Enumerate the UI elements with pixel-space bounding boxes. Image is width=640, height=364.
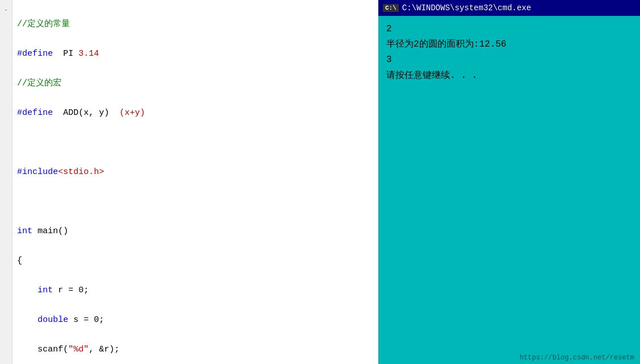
- code-area[interactable]: //定义的常量 #define PI 3.14 //定义的宏 #define A…: [13, 0, 378, 364]
- code-line-12: scanf("%d", &r);: [17, 342, 374, 357]
- cmd-output-line4: 请按任意键继续. . .: [386, 68, 632, 84]
- code-line-4: #define ADD(x, y) (x+y): [17, 106, 374, 121]
- code-line-10: int r = 0;: [17, 283, 374, 298]
- cmd-footer: https://blog.csdn.net/resetm: [378, 351, 640, 364]
- editor-panel: - //定义的常量 #define PI 3.14 //定义的宏 #define…: [0, 0, 378, 364]
- code-line-2: #define PI 3.14: [17, 47, 374, 61]
- line-gutter: -: [0, 0, 13, 364]
- cmd-titlebar: C:\ C:\WINDOWS\system32\cmd.exe: [378, 0, 640, 16]
- cmd-output-line2: 半径为2的圆的面积为:12.56: [386, 37, 632, 52]
- cmd-content: 2 半径为2的圆的面积为:12.56 3 请按任意键继续. . .: [378, 16, 640, 351]
- cmd-panel: C:\ C:\WINDOWS\system32\cmd.exe 2 半径为2的圆…: [378, 0, 640, 364]
- cmd-title: C:\WINDOWS\system32\cmd.exe: [402, 3, 531, 13]
- code-line-8: int main(): [17, 224, 374, 239]
- cmd-icon: C:\: [383, 4, 399, 12]
- code-line-3: //定义的宏: [17, 76, 374, 91]
- code-line-11: double s = 0;: [17, 313, 374, 328]
- code-line-9: {: [17, 254, 374, 268]
- code-line-5: [17, 135, 374, 150]
- cmd-output-line3: 3: [386, 52, 632, 68]
- code-line-7: [17, 195, 374, 209]
- cmd-output-line1: 2: [386, 22, 632, 37]
- cmd-footer-text: https://blog.csdn.net/resetm: [519, 354, 634, 362]
- code-line-1: //定义的常量: [17, 17, 374, 32]
- gutter-1: -: [4, 2, 7, 17]
- code-line-6: #include<stdio.h>: [17, 165, 374, 180]
